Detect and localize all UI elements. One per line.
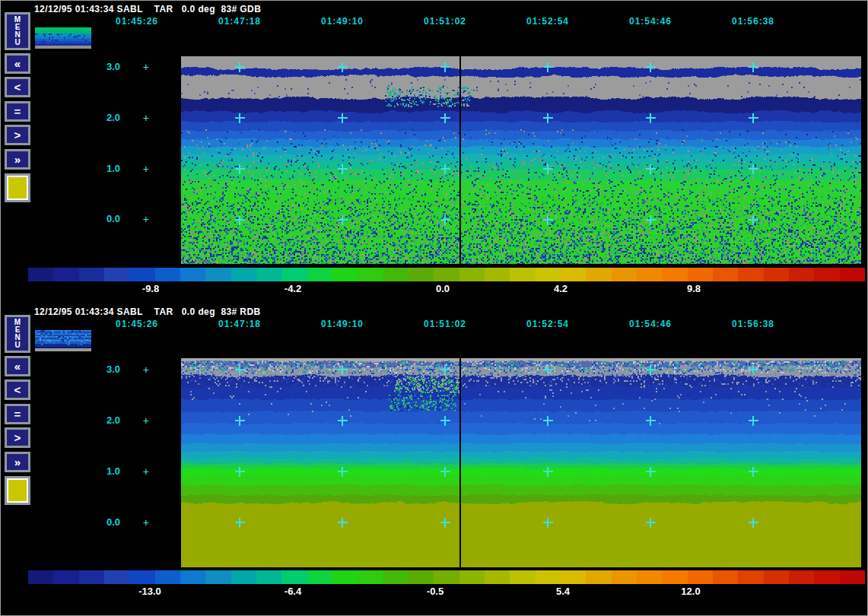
y-tick-value: 0.0 — [107, 213, 120, 225]
colorbar-segment — [205, 268, 231, 281]
step-forward-button[interactable]: > — [5, 427, 30, 448]
colorbar-segment — [459, 268, 485, 281]
pause-button[interactable]: = — [5, 101, 30, 122]
y-tick-value: 1.0 — [107, 163, 120, 175]
time-tick-label: 01:52:54 — [526, 16, 569, 27]
time-tick-label: 01:54:46 — [629, 16, 672, 27]
fast-forward-button[interactable]: » — [5, 149, 30, 170]
time-tick-label: 01:51:02 — [424, 16, 466, 27]
y-tick-value: 2.0 — [107, 414, 120, 427]
colorbar-segment — [104, 268, 129, 281]
colorbar-tick-label: -6.4 — [285, 586, 301, 597]
heatmap-plot-rdb[interactable] — [181, 356, 861, 567]
colorbar-segment — [713, 268, 738, 281]
colorbar-segment — [53, 268, 78, 281]
colorbar-segment — [307, 268, 332, 281]
colorbar-ticks: -13.0-6.4-0.55.412.0 — [0, 586, 868, 597]
colorbar-segment — [434, 570, 459, 584]
colorbar — [28, 268, 865, 281]
colorbar-segment — [180, 268, 205, 281]
colorbar-tick-label: -4.2 — [285, 283, 301, 294]
colorbar-segment — [205, 570, 231, 584]
double-chevron-right-icon: » — [14, 456, 21, 468]
colorbar-tick-label: 4.2 — [554, 283, 568, 294]
chevron-right-icon: > — [14, 129, 21, 141]
tick-plus-icon: + — [143, 61, 149, 73]
colorbar-segment — [79, 570, 104, 584]
colorbar-segment — [561, 570, 586, 584]
double-chevron-left-icon: « — [14, 58, 21, 69]
time-tick-label: 01:51:02 — [424, 319, 466, 329]
colorbar-tick-label: 9.8 — [687, 283, 701, 294]
colorbar-segment — [612, 268, 637, 281]
colorbar-segment — [383, 570, 409, 584]
yellow-indicator-button[interactable] — [5, 476, 30, 505]
colorbar-segment — [434, 268, 459, 281]
equals-icon: = — [14, 408, 21, 420]
tick-plus-icon: + — [143, 465, 149, 478]
colorbar-segment — [358, 570, 383, 584]
colorbar-segment — [307, 570, 332, 584]
colorbar-segment — [738, 268, 763, 281]
colorbar-segment — [281, 570, 307, 584]
colorbar-segment — [688, 268, 713, 281]
fast-forward-button[interactable]: » — [5, 452, 30, 472]
colorbar-segment — [586, 570, 611, 584]
panel-rdb: 12/12/95 01:43:34 SABL TAR 0.0 deg 83# R… — [0, 303, 868, 605]
heatmap-plot-gdb[interactable] — [181, 53, 861, 264]
yellow-indicator-button[interactable] — [5, 173, 30, 202]
colorbar-tick-label: -0.5 — [427, 586, 444, 597]
time-tick-label: 01:49:10 — [321, 319, 364, 329]
colorbar-segment — [256, 570, 281, 584]
colorbar-segment — [256, 268, 281, 281]
step-back-button[interactable]: < — [5, 379, 30, 400]
colorbar-segment — [840, 268, 865, 281]
double-chevron-right-icon: » — [14, 154, 21, 165]
tick-plus-icon: + — [143, 516, 149, 529]
colorbar-segment — [764, 570, 789, 584]
colorbar-segment — [332, 268, 358, 281]
colorbar-tick-label: -9.8 — [142, 283, 159, 294]
colorbar-ticks: -9.8-4.20.04.29.8 — [0, 283, 868, 294]
colorbar-segment — [713, 570, 738, 584]
colorbar-segment — [155, 268, 180, 281]
colorbar-segment — [612, 570, 637, 584]
y-tick-value: 1.0 — [107, 465, 120, 478]
tick-plus-icon: + — [143, 163, 149, 175]
time-tick-label: 01:56:38 — [732, 16, 774, 27]
menu-button[interactable]: M E N U — [5, 12, 30, 50]
step-back-button[interactable]: < — [5, 77, 30, 97]
colorbar-segment — [637, 268, 662, 281]
tick-plus-icon: + — [143, 213, 149, 225]
chevron-right-icon: > — [14, 432, 21, 443]
colorbar-segment — [180, 570, 205, 584]
colorbar-segment — [129, 570, 154, 584]
colorbar-tick-label: 0.0 — [436, 283, 450, 294]
colorbar-segment — [231, 268, 256, 281]
colorbar-segment — [28, 570, 53, 584]
colorbar-segment — [409, 268, 434, 281]
colorbar — [28, 570, 865, 584]
preview-thumbnail[interactable] — [35, 27, 91, 49]
tick-plus-icon: + — [143, 112, 149, 124]
colorbar-segment — [738, 570, 763, 584]
time-tick-label: 01:54:46 — [629, 319, 672, 329]
colorbar-segment — [510, 570, 535, 584]
step-forward-button[interactable]: > — [5, 125, 30, 145]
y-axis: 3.0+2.0+1.0+0.0+ — [107, 0, 152, 303]
colorbar-segment — [662, 268, 687, 281]
fast-rewind-button[interactable]: « — [5, 53, 30, 74]
colorbar-segment — [637, 570, 662, 584]
colorbar-segment — [79, 268, 104, 281]
colorbar-segment — [485, 570, 510, 584]
pause-button[interactable]: = — [5, 404, 30, 424]
chevron-left-icon: < — [14, 81, 21, 93]
menu-button[interactable]: M E N U — [5, 315, 30, 353]
colorbar-segment — [28, 268, 53, 281]
colorbar-segment — [814, 570, 839, 584]
colorbar-segment — [688, 570, 713, 584]
colorbar-segment — [231, 570, 256, 584]
y-tick-value: 3.0 — [107, 364, 120, 376]
fast-rewind-button[interactable]: « — [5, 356, 30, 376]
preview-thumbnail[interactable] — [35, 330, 91, 351]
